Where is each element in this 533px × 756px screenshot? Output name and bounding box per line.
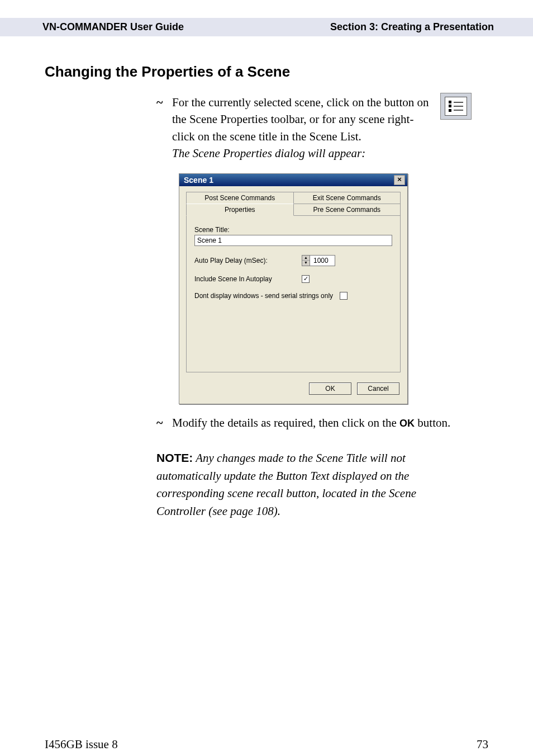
spinner-down-icon[interactable]: ▼ xyxy=(302,261,310,266)
bullet-tilde: ~ xyxy=(156,417,165,429)
scene-properties-icon xyxy=(440,93,472,120)
cancel-button[interactable]: Cancel xyxy=(357,382,399,395)
autoplay-delay-value[interactable]: 1000 xyxy=(310,256,335,266)
header-left: VN-COMMANDER User Guide xyxy=(42,21,184,33)
tab-exit-scene[interactable]: Exit Scene Commands xyxy=(294,192,401,204)
dialog-titlebar: Scene 1 × xyxy=(179,174,407,186)
note-label: NOTE: xyxy=(156,451,193,464)
tab-post-scene[interactable]: Post Scene Commands xyxy=(186,192,294,204)
step-2: ~ Modify the details as required, then c… xyxy=(156,414,472,431)
spinner-up-icon[interactable]: ▲ xyxy=(302,256,310,261)
autoplay-delay-label: Auto Play Delay (mSec): xyxy=(194,257,295,264)
step1-line3: The Scene Properties dialog will appear: xyxy=(172,147,365,160)
note-block: NOTE: Any changes made to the Scene Titl… xyxy=(156,449,466,520)
step2-suffix: button. xyxy=(415,416,450,429)
include-autoplay-checkbox[interactable]: ✓ xyxy=(302,275,310,283)
ok-button[interactable]: OK xyxy=(309,382,351,395)
page-header: VN-COMMANDER User Guide Section 3: Creat… xyxy=(0,18,533,36)
note-text: Any changes made to the Scene Title will… xyxy=(156,451,416,518)
step-2-text: Modify the details as required, then cli… xyxy=(172,414,450,431)
include-autoplay-label: Include Scene In Autoplay xyxy=(194,275,295,283)
autoplay-delay-spinner[interactable]: ▲ ▼ 1000 xyxy=(302,255,335,266)
header-right: Section 3: Creating a Presentation xyxy=(330,21,516,33)
tab-panel-properties: Scene Title: Scene 1 Auto Play Delay (mS… xyxy=(186,216,401,372)
scene-title-label: Scene Title: xyxy=(194,226,392,234)
step1-line1: For the currently selected scene, click … xyxy=(172,96,381,109)
scene-properties-dialog: Scene 1 × Post Scene Commands Exit Scene… xyxy=(179,173,408,404)
step-1-text: For the currently selected scene, click … xyxy=(172,94,472,162)
step-1: ~ For the currently selected scene, clic… xyxy=(156,94,472,162)
dont-display-label: Dont display windows - send serial strin… xyxy=(194,292,333,300)
step2-ok: OK xyxy=(399,418,415,429)
footer-left: I456GB issue 8 xyxy=(45,738,118,752)
section-title: Changing the Properties of a Scene xyxy=(45,63,488,81)
scene-title-input[interactable]: Scene 1 xyxy=(194,235,392,246)
dont-display-checkbox[interactable] xyxy=(340,292,348,300)
step2-prefix: Modify the details as required, then cli… xyxy=(172,416,399,429)
page-footer: I456GB issue 8 73 xyxy=(45,738,488,752)
footer-page-number: 73 xyxy=(477,738,488,752)
bullet-tilde: ~ xyxy=(156,96,165,108)
tab-pre-scene[interactable]: Pre Scene Commands xyxy=(294,204,401,216)
close-button[interactable]: × xyxy=(394,175,405,185)
tab-properties[interactable]: Properties xyxy=(186,204,294,216)
dialog-title: Scene 1 xyxy=(184,176,213,185)
